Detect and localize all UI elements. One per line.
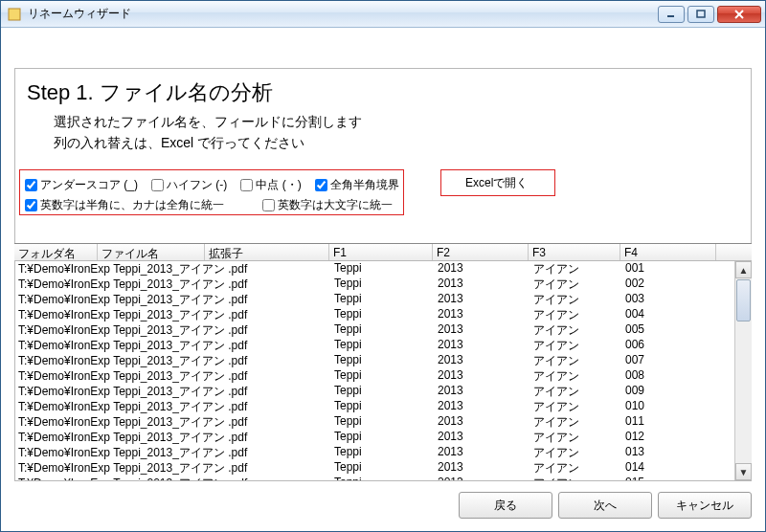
checkbox-zenhan-label: 全角半角境界 (330, 177, 399, 193)
cell-f4: 015 (621, 476, 717, 480)
cell-f3: アイアン (529, 399, 621, 414)
table-row[interactable]: T:¥Demo¥IronExp Teppi_2013_アイアン .pdfTepp… (14, 353, 734, 368)
cell-f4: 004 (621, 307, 717, 322)
col-f1[interactable]: F1 (329, 244, 433, 260)
checkbox-upper-label: 英数字は大文字に統一 (278, 197, 393, 213)
table-row[interactable]: T:¥Demo¥IronExp Teppi_2013_アイアン .pdfTepp… (14, 292, 734, 307)
checkbox-upper[interactable]: 英数字は大文字に統一 (262, 197, 393, 213)
cell-path: T:¥Demo¥IronExp Teppi_2013_アイアン .pdf (14, 338, 330, 353)
checkbox-middot[interactable]: 中点 (・) (240, 177, 301, 193)
cell-f2: 2013 (434, 277, 529, 292)
cell-path: T:¥Demo¥IronExp Teppi_2013_アイアン .pdf (14, 384, 330, 399)
cell-f2: 2013 (434, 353, 529, 368)
titlebar: リネームウィザード (1, 1, 765, 28)
svg-rect-0 (9, 9, 20, 20)
table-row[interactable]: T:¥Demo¥IronExp Teppi_2013_アイアン .pdfTepp… (14, 368, 734, 384)
col-file[interactable]: ファイル名 (98, 244, 205, 260)
cell-f1: Teppi (330, 261, 434, 277)
table-row[interactable]: T:¥Demo¥IronExp Teppi_2013_アイアン .pdfTepp… (14, 445, 734, 460)
cell-f3: アイアン (529, 414, 621, 430)
checkbox-upper-input[interactable] (262, 199, 275, 211)
checkbox-unify-width-label: 英数字は半角に、カナは全角に統一 (40, 197, 224, 213)
cell-f1: Teppi (330, 338, 434, 353)
grid-header: フォルダ名 ファイル名 拡張子 F1 F2 F3 F4 (14, 244, 752, 261)
table-row[interactable]: T:¥Demo¥IronExp Teppi_2013_アイアン .pdfTepp… (14, 277, 734, 292)
col-folder[interactable]: フォルダ名 (14, 244, 98, 260)
cell-f3: アイアン (529, 430, 621, 445)
cell-f2: 2013 (434, 476, 529, 480)
table-row[interactable]: T:¥Demo¥IronExp Teppi_2013_アイアン .pdfTepp… (14, 414, 734, 430)
back-button[interactable]: 戻る (459, 492, 552, 519)
cell-f2: 2013 (434, 292, 529, 307)
checkbox-zenhan-input[interactable] (315, 179, 327, 191)
close-button[interactable] (717, 6, 761, 23)
cell-f2: 2013 (434, 445, 529, 460)
cell-path: T:¥Demo¥IronExp Teppi_2013_アイアン .pdf (14, 460, 330, 476)
client-area: Step 1. ファイル名の分析 選択されたファイル名を、フィールドに分割します… (1, 28, 765, 531)
checkbox-hyphen-input[interactable] (151, 179, 164, 191)
next-button[interactable]: 次へ (558, 492, 652, 519)
cell-f3: アイアン (529, 292, 621, 307)
checkbox-middot-label: 中点 (・) (256, 177, 301, 193)
maximize-button[interactable] (687, 6, 714, 23)
open-in-excel-button[interactable]: Excelで開く (456, 173, 537, 192)
options-area: アンダースコア (_) ハイフン (-) 中点 (・) 全角半角境界 英数字は半… (19, 175, 747, 215)
checkbox-middot-input[interactable] (240, 179, 253, 191)
col-f2[interactable]: F2 (433, 244, 529, 260)
table-row[interactable]: T:¥Demo¥IronExp Teppi_2013_アイアン .pdfTepp… (14, 460, 734, 476)
scroll-down-arrow[interactable]: ▼ (735, 463, 752, 480)
cell-f1: Teppi (330, 353, 434, 368)
table-row[interactable]: T:¥Demo¥IronExp Teppi_2013_アイアン .pdfTepp… (14, 322, 734, 338)
cell-f4: 007 (621, 353, 717, 368)
checkbox-underscore[interactable]: アンダースコア (_) (25, 177, 138, 193)
scroll-thumb[interactable] (736, 279, 751, 321)
cell-path: T:¥Demo¥IronExp Teppi_2013_アイアン .pdf (14, 414, 330, 430)
cell-f3: アイアン (529, 368, 621, 384)
cell-f3: アイアン (529, 476, 621, 480)
cell-path: T:¥Demo¥IronExp Teppi_2013_アイアン .pdf (14, 368, 330, 384)
cancel-button[interactable]: キャンセル (658, 492, 752, 519)
cell-f1: Teppi (330, 445, 434, 460)
table-row[interactable]: T:¥Demo¥IronExp Teppi_2013_アイアン .pdfTepp… (14, 261, 734, 277)
cell-f3: アイアン (529, 322, 621, 338)
checkbox-hyphen[interactable]: ハイフン (-) (151, 177, 227, 193)
cell-f3: アイアン (529, 307, 621, 322)
checkbox-unify-width[interactable]: 英数字は半角に、カナは全角に統一 (25, 197, 224, 213)
col-f3[interactable]: F3 (529, 244, 620, 260)
cell-f2: 2013 (434, 460, 529, 476)
checkbox-zenhan[interactable]: 全角半角境界 (315, 177, 399, 193)
main-panel: Step 1. ファイル名の分析 選択されたファイル名を、フィールドに分割します… (14, 68, 752, 481)
table-row[interactable]: T:¥Demo¥IronExp Teppi_2013_アイアン .pdfTepp… (14, 476, 734, 480)
checkbox-hyphen-label: ハイフン (-) (167, 177, 227, 193)
minimize-button[interactable] (658, 6, 685, 23)
col-f4[interactable]: F4 (620, 244, 716, 260)
file-grid: フォルダ名 ファイル名 拡張子 F1 F2 F3 F4 T:¥Demo¥Iron… (14, 244, 752, 480)
table-row[interactable]: T:¥Demo¥IronExp Teppi_2013_アイアン .pdfTepp… (14, 430, 734, 445)
cell-f4: 009 (621, 384, 717, 399)
cell-path: T:¥Demo¥IronExp Teppi_2013_アイアン .pdf (14, 292, 330, 307)
checkbox-unify-width-input[interactable] (25, 199, 37, 211)
table-row[interactable]: T:¥Demo¥IronExp Teppi_2013_アイアン .pdfTepp… (14, 384, 734, 399)
vertical-scrollbar[interactable]: ▲ ▼ (734, 261, 752, 480)
cell-f2: 2013 (434, 430, 529, 445)
grid-container: フォルダ名 ファイル名 拡張子 F1 F2 F3 F4 T:¥Demo¥Iron… (14, 243, 752, 480)
app-icon (7, 7, 22, 22)
scroll-up-arrow[interactable]: ▲ (735, 261, 752, 278)
cell-f2: 2013 (434, 384, 529, 399)
svg-rect-2 (697, 11, 705, 17)
cell-f3: アイアン (529, 277, 621, 292)
table-row[interactable]: T:¥Demo¥IronExp Teppi_2013_アイアン .pdfTepp… (14, 338, 734, 353)
cell-f1: Teppi (330, 292, 434, 307)
col-ext[interactable]: 拡張子 (205, 244, 329, 260)
checkbox-underscore-input[interactable] (25, 179, 37, 191)
cell-f2: 2013 (434, 322, 529, 338)
table-row[interactable]: T:¥Demo¥IronExp Teppi_2013_アイアン .pdfTepp… (14, 399, 734, 414)
cell-f3: アイアン (529, 445, 621, 460)
cell-f4: 014 (621, 460, 717, 476)
cell-path: T:¥Demo¥IronExp Teppi_2013_アイアン .pdf (14, 399, 330, 414)
cell-f1: Teppi (330, 307, 434, 322)
cell-f1: Teppi (330, 476, 434, 480)
cell-f4: 002 (621, 277, 717, 292)
cell-f1: Teppi (330, 414, 434, 430)
table-row[interactable]: T:¥Demo¥IronExp Teppi_2013_アイアン .pdfTepp… (14, 307, 734, 322)
